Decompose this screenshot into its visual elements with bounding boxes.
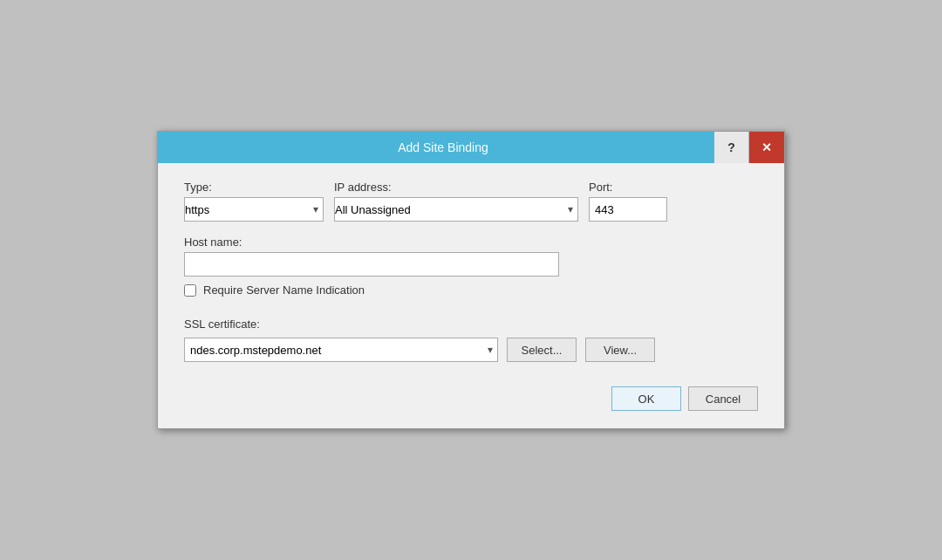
type-group: Type: https http: [184, 181, 324, 222]
port-input[interactable]: [589, 197, 667, 222]
dialog-title: Add Site Binding: [172, 140, 714, 154]
host-name-group: Host name:: [184, 236, 758, 277]
ip-label: IP address:: [334, 181, 578, 194]
host-name-input[interactable]: [184, 252, 559, 277]
bottom-row: OK Cancel: [184, 383, 758, 411]
host-name-label: Host name:: [184, 236, 758, 249]
title-bar-controls: ? ✕: [714, 132, 784, 163]
view-button[interactable]: View...: [585, 338, 655, 362]
select-button[interactable]: Select...: [507, 338, 577, 362]
ssl-row: ndes.corp.mstepdemo.net Select... View..…: [184, 338, 758, 362]
sni-checkbox[interactable]: [184, 284, 196, 297]
ip-group: IP address: All Unassigned: [334, 181, 578, 222]
type-select[interactable]: https http: [184, 197, 324, 222]
port-label: Port:: [589, 181, 667, 194]
ip-select-wrapper: All Unassigned: [334, 197, 578, 222]
ssl-label: SSL certificate:: [184, 318, 758, 331]
ssl-select[interactable]: ndes.corp.mstepdemo.net: [184, 338, 498, 362]
close-button[interactable]: ✕: [749, 132, 784, 163]
type-label: Type:: [184, 181, 324, 194]
ssl-select-wrapper: ndes.corp.mstepdemo.net: [184, 338, 498, 362]
ok-button[interactable]: OK: [611, 386, 681, 411]
help-button[interactable]: ?: [714, 132, 749, 163]
add-site-binding-dialog: Add Site Binding ? ✕ Type: https http IP…: [157, 131, 785, 429]
port-group: Port:: [589, 181, 667, 222]
sni-label: Require Server Name Indication: [203, 283, 365, 297]
title-bar: Add Site Binding ? ✕: [158, 132, 784, 163]
cancel-button[interactable]: Cancel: [688, 386, 758, 411]
ssl-cert-group: SSL certificate:: [184, 318, 758, 331]
type-ip-port-row: Type: https http IP address: All Unassig…: [184, 181, 758, 222]
dialog-content: Type: https http IP address: All Unassig…: [158, 163, 784, 428]
type-select-wrapper: https http: [184, 197, 324, 222]
ip-select[interactable]: All Unassigned: [334, 197, 578, 222]
sni-row: Require Server Name Indication: [184, 283, 758, 297]
